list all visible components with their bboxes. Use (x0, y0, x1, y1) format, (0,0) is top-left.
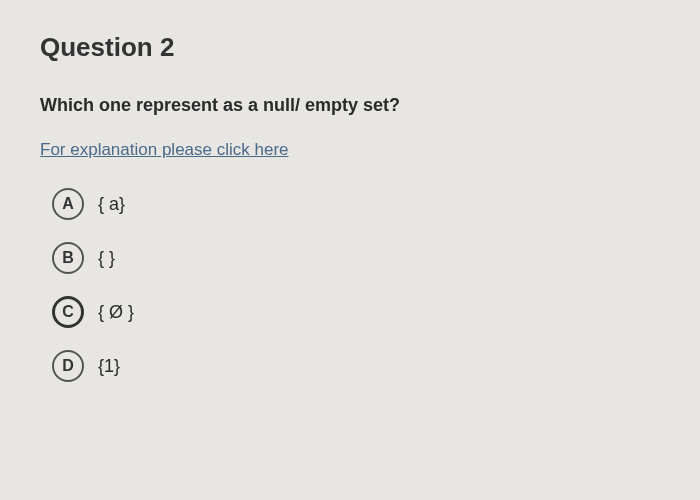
option-d[interactable]: D {1} (52, 350, 660, 382)
option-letter-circle: A (52, 188, 84, 220)
explanation-link[interactable]: For explanation please click here (40, 140, 289, 160)
option-letter-circle: C (52, 296, 84, 328)
option-text: { a} (98, 194, 125, 215)
option-c[interactable]: C { Ø } (52, 296, 660, 328)
option-text: { } (98, 248, 115, 269)
option-text: {1} (98, 356, 120, 377)
options-list: A { a} B { } C { Ø } D {1} (40, 188, 660, 382)
option-letter-circle: B (52, 242, 84, 274)
option-letter-circle: D (52, 350, 84, 382)
option-text: { Ø } (98, 302, 134, 323)
option-b[interactable]: B { } (52, 242, 660, 274)
question-title: Question 2 (40, 32, 660, 63)
option-a[interactable]: A { a} (52, 188, 660, 220)
question-prompt: Which one represent as a null/ empty set… (40, 95, 660, 116)
